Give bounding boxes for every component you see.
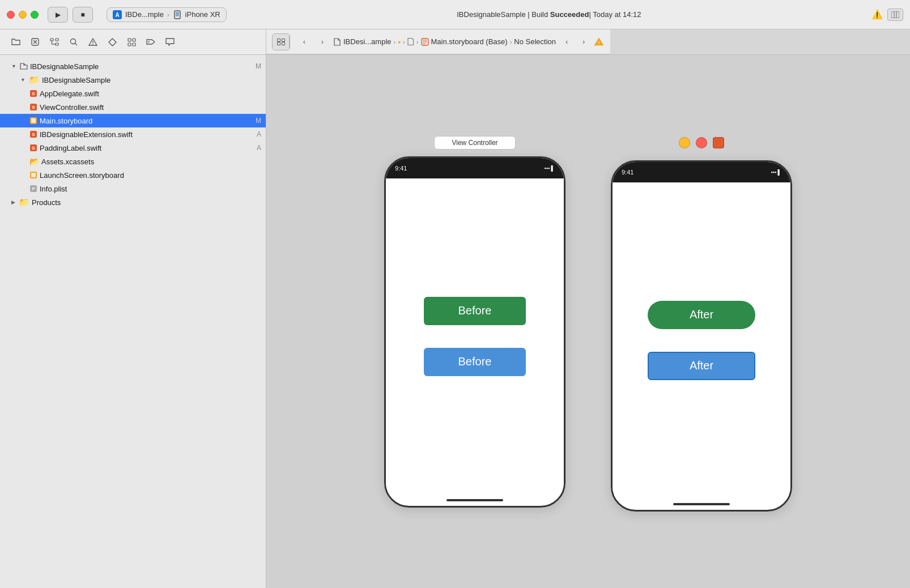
svg-rect-24 bbox=[277, 39, 280, 41]
title-right-controls: ⚠️ bbox=[871, 8, 903, 21]
hierarchy-toolbar-btn[interactable] bbox=[45, 34, 63, 50]
sidebar-paddinglabel-label: PaddingLabel.swift bbox=[40, 144, 101, 152]
close-button[interactable] bbox=[7, 11, 15, 19]
svg-text:S: S bbox=[32, 132, 35, 137]
phone-after-container: 9:41 ▪▪▪ ▌ After After bbox=[611, 132, 792, 512]
phone-before-btn1[interactable]: Before bbox=[424, 297, 526, 325]
x-square-toolbar-btn[interactable] bbox=[26, 34, 44, 50]
breadcrumb-chevron-3: › bbox=[416, 39, 419, 45]
warning-icon: ⚠️ bbox=[871, 9, 883, 20]
view-switcher-btn[interactable] bbox=[273, 34, 290, 50]
project-selector[interactable]: A IBDe...mple › iPhone XR bbox=[107, 7, 227, 22]
phone-after-icon-red[interactable] bbox=[696, 137, 707, 148]
play-button[interactable]: ▶ bbox=[48, 7, 68, 23]
breadcrumb-folder-icon: ▪ bbox=[398, 37, 401, 46]
breadcrumb-noselection-label: No Selection bbox=[514, 37, 556, 46]
sidebar-root-badge: M bbox=[256, 62, 261, 70]
storyboard-file-icon bbox=[29, 117, 37, 125]
sidebar-item-launchscreen[interactable]: LaunchScreen.storyboard bbox=[0, 168, 266, 182]
minimize-button[interactable] bbox=[19, 11, 27, 19]
device-icon bbox=[173, 10, 182, 19]
view-switcher-icon bbox=[277, 39, 285, 45]
back-btn[interactable]: ‹ bbox=[297, 35, 312, 49]
forward-btn[interactable]: › bbox=[315, 35, 330, 49]
maximize-button[interactable] bbox=[31, 11, 39, 19]
device-name: iPhone XR bbox=[185, 10, 220, 19]
products-triangle-icon: ▶ bbox=[11, 199, 15, 205]
phone-before-container: View Controller 9:41 ▪▪▪ ▌ Before Before bbox=[384, 136, 565, 508]
breadcrumb-project-label: IBDesi...ample bbox=[343, 37, 392, 46]
sidebar-launchscreen-label: LaunchScreen.storyboard bbox=[40, 171, 124, 180]
sidebar-item-mainstoryboard[interactable]: Main.storyboard M bbox=[0, 114, 266, 127]
sidebar-item-assets[interactable]: 📂 Assets.xcassets bbox=[0, 155, 266, 168]
sidebar-mainstoryboard-badge: M bbox=[256, 117, 261, 125]
svg-rect-41 bbox=[31, 173, 36, 177]
phone-after-icon-orange[interactable] bbox=[713, 137, 724, 148]
search-toolbar-btn[interactable] bbox=[65, 34, 83, 50]
svg-rect-22 bbox=[133, 43, 135, 46]
group-triangle-icon: ▼ bbox=[20, 77, 25, 83]
phone-after-btn1[interactable]: After bbox=[648, 301, 755, 329]
xcode-icon: A bbox=[113, 10, 122, 19]
breadcrumb-doc-small[interactable] bbox=[407, 38, 414, 45]
phone-after-status: ▪▪▪ ▌ bbox=[771, 169, 781, 175]
phone-before-btn2[interactable]: Before bbox=[424, 348, 526, 376]
breadcrumb-noselection[interactable]: No Selection bbox=[514, 37, 556, 46]
warning-toolbar-btn[interactable] bbox=[84, 34, 102, 50]
svg-rect-21 bbox=[128, 43, 131, 46]
breadcrumb-project[interactable]: IBDesi...ample bbox=[333, 37, 392, 46]
ib-forward-nav[interactable]: › bbox=[576, 35, 591, 49]
bubble-toolbar-btn[interactable] bbox=[161, 34, 179, 50]
chevron-right-icon: › bbox=[167, 11, 169, 18]
sidebar-group-label: IBDesignableSample bbox=[42, 76, 110, 84]
svg-text:A: A bbox=[115, 12, 119, 18]
grid-toolbar-btn[interactable] bbox=[122, 34, 141, 50]
phone-before-frame: 9:41 ▪▪▪ ▌ Before Before bbox=[384, 156, 565, 508]
sidebar-item-root[interactable]: ▼ IBDesignableSample M bbox=[0, 59, 266, 73]
folder-toolbar-btn[interactable] bbox=[7, 34, 25, 50]
breadcrumb-doc-small-icon bbox=[407, 38, 414, 45]
group-folder-icon: 📁 bbox=[29, 75, 40, 85]
phone-after-btn2[interactable]: After bbox=[648, 352, 755, 380]
svg-rect-35 bbox=[31, 118, 36, 123]
svg-text:S: S bbox=[32, 146, 35, 151]
panel-toggle-button[interactable] bbox=[887, 8, 903, 21]
breadcrumb-folder[interactable]: ▪ bbox=[398, 37, 401, 46]
ib-warning-badge[interactable]: ! bbox=[593, 36, 605, 48]
sidebar-item-products[interactable]: ▶ 📁 Products bbox=[0, 195, 266, 209]
ib-warning-icon: ! bbox=[594, 37, 604, 46]
sidebar-item-appdelegate[interactable]: S AppDelegate.swift bbox=[0, 87, 266, 100]
svg-point-23 bbox=[148, 41, 149, 42]
breadcrumb-chevron-2: › bbox=[403, 39, 405, 45]
sidebar-item-paddinglabel[interactable]: S PaddingLabel.swift A bbox=[0, 141, 266, 155]
sidebar-assets-label: Assets.xcassets bbox=[41, 157, 94, 166]
ib-back-nav[interactable]: ‹ bbox=[559, 35, 574, 49]
svg-rect-20 bbox=[133, 39, 135, 41]
breadcrumb-storyboard[interactable]: Main.storyboard (Base) bbox=[421, 37, 508, 46]
triangle-down-icon: ▼ bbox=[11, 63, 16, 69]
ib-breadcrumb: IBDesi...ample › ▪ › › Main.storyboard (… bbox=[333, 37, 556, 46]
sidebar: ▼ IBDesignableSample M ▼ 📁 IBDesignableS… bbox=[0, 55, 266, 588]
project-icon bbox=[20, 62, 28, 70]
sidebar-item-viewcontroller[interactable]: S ViewController.swift bbox=[0, 100, 266, 114]
diamond-toolbar-btn[interactable] bbox=[103, 34, 121, 50]
swift-file-icon-2: S bbox=[29, 103, 37, 111]
svg-rect-4 bbox=[891, 11, 899, 18]
ib-right-buttons: ‹ › ! bbox=[559, 35, 605, 49]
swift-file-icon-1: S bbox=[29, 90, 37, 97]
ib-canvas[interactable]: View Controller 9:41 ▪▪▪ ▌ Before Before bbox=[266, 55, 910, 588]
ib-canvas-area: View Controller 9:41 ▪▪▪ ▌ Before Before bbox=[266, 55, 910, 588]
sidebar-item-ibdesignable[interactable]: S IBDesignableExtension.swift A bbox=[0, 127, 266, 141]
sidebar-item-infoplist[interactable]: P Info.plist bbox=[0, 182, 266, 195]
phone-before-label: View Controller bbox=[434, 136, 515, 150]
project-name: IBDe...mple bbox=[125, 10, 164, 19]
svg-rect-10 bbox=[50, 39, 53, 41]
svg-text:P: P bbox=[32, 187, 35, 191]
stop-icon: ■ bbox=[80, 11, 84, 19]
phone-after-icon-yellow[interactable] bbox=[679, 137, 690, 148]
tag-toolbar-btn[interactable] bbox=[142, 34, 160, 50]
sidebar-item-group[interactable]: ▼ 📁 IBDesignableSample bbox=[0, 73, 266, 87]
stop-button[interactable]: ■ bbox=[73, 7, 93, 23]
sidebar-products-label: Products bbox=[32, 198, 61, 207]
view-switcher[interactable] bbox=[272, 33, 290, 50]
